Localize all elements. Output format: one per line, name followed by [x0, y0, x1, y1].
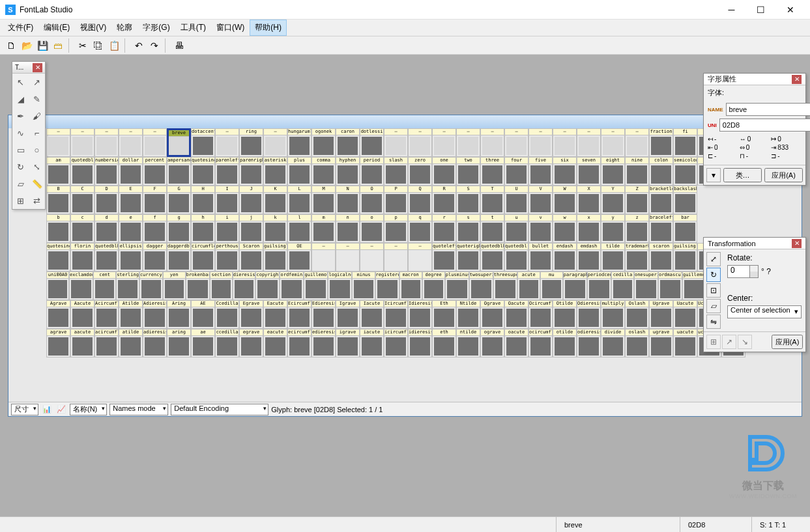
glyph-cell[interactable]: multiply: [601, 300, 625, 329]
glyph-cell[interactable]: percent: [143, 157, 167, 186]
glyph-cell[interactable]: uacute: [673, 329, 697, 357]
transform-tool[interactable]: ▱: [12, 175, 29, 192]
glyph-cell[interactable]: —: [384, 128, 408, 157]
glyph-cell[interactable]: yen: [163, 272, 186, 300]
glyph-cell[interactable]: oslash: [625, 329, 649, 357]
glyph-cell[interactable]: —: [408, 243, 432, 272]
glyph-cell[interactable]: B: [46, 186, 70, 214]
glyph-cell[interactable]: ograve: [480, 329, 504, 357]
glyph-cell[interactable]: caron: [336, 128, 360, 157]
glyph-cell[interactable]: guillemot: [304, 272, 328, 300]
glyph-cell[interactable]: brokenbar: [186, 272, 210, 300]
tools-panel-title[interactable]: T... ✕: [12, 62, 45, 74]
glyph-cell[interactable]: Acircumfl: [94, 300, 119, 329]
glyph-cell[interactable]: bullet: [528, 243, 553, 272]
paste-button[interactable]: 📋: [107, 38, 121, 53]
glyph-cell[interactable]: Eth: [432, 300, 456, 329]
font-window-titlebar[interactable]: 未标题 _ ❐ ✕: [8, 115, 802, 128]
center-select[interactable]: Center of selection: [727, 305, 802, 318]
menu-item[interactable]: 视图(V): [75, 20, 111, 36]
glyph-cell[interactable]: sterling: [116, 272, 139, 300]
glyph-cell[interactable]: fi: [673, 128, 697, 157]
glyph-cell[interactable]: eth: [432, 329, 456, 357]
glyph-cell[interactable]: O: [360, 186, 384, 214]
glyph-cell[interactable]: f: [143, 214, 167, 243]
glyph-cell[interactable]: ordmascul: [658, 272, 682, 300]
glyph-cell[interactable]: egrave: [239, 329, 263, 357]
glyph-cell[interactable]: hungaruml: [287, 128, 311, 157]
scale-tool[interactable]: ⤡: [29, 158, 45, 175]
menu-item[interactable]: 帮助(H): [250, 20, 287, 36]
glyph-cell[interactable]: one: [432, 157, 456, 186]
glyph-cell[interactable]: —: [504, 128, 528, 157]
transformation-apply-button[interactable]: 应用(A): [772, 335, 803, 349]
glyph-cell[interactable]: endash: [553, 243, 577, 272]
glyph-cell[interactable]: W: [553, 186, 577, 214]
knife-tool[interactable]: ✎: [29, 91, 45, 107]
glyph-cell[interactable]: slash: [384, 157, 408, 186]
glyph-cell[interactable]: nine: [625, 157, 649, 186]
glyph-cell[interactable]: quotedbl: [70, 157, 94, 186]
glyph-cell[interactable]: braceleft: [649, 214, 673, 243]
minimize-button[interactable]: ─: [717, 0, 746, 20]
glyph-cell[interactable]: I: [215, 186, 239, 214]
encoding-combo[interactable]: Default Encoding: [171, 404, 268, 415]
glyph-cell[interactable]: onesuperi: [634, 272, 658, 300]
glyph-cell[interactable]: R: [432, 186, 456, 214]
glyph-cell[interactable]: AE: [191, 300, 215, 329]
tools-panel-close[interactable]: ✕: [33, 63, 42, 72]
glyph-cell[interactable]: exclamdow: [69, 272, 93, 300]
pen-tool[interactable]: ✒: [12, 107, 29, 124]
glyph-cell[interactable]: mu: [540, 272, 563, 300]
glyph-properties-close[interactable]: ✕: [792, 75, 802, 84]
glyph-cell[interactable]: ocircumfl: [528, 329, 553, 357]
glyph-cell[interactable]: odieresis: [577, 329, 601, 357]
glyph-cell[interactable]: S: [456, 186, 480, 214]
glyph-cell[interactable]: —: [384, 243, 408, 272]
glyph-cell[interactable]: X: [577, 186, 601, 214]
glyph-cell[interactable]: v: [528, 214, 553, 243]
glyph-cell[interactable]: aring: [167, 329, 191, 357]
glyph-cell[interactable]: Aacute: [70, 300, 94, 329]
glyph-cell[interactable]: M: [311, 186, 336, 214]
glyph-cell[interactable]: V: [528, 186, 553, 214]
corner-tool[interactable]: ⌐: [29, 124, 45, 141]
glyph-cell[interactable]: —: [480, 128, 504, 157]
glyph-cell[interactable]: hyphen: [336, 157, 360, 186]
glyph-cell[interactable]: Idieresis: [408, 300, 432, 329]
glyph-cell[interactable]: minus: [352, 272, 375, 300]
glyph-cell[interactable]: twosuperi: [469, 272, 493, 300]
glyph-cell[interactable]: idieresis: [408, 329, 432, 357]
glyph-cell[interactable]: asterisk: [263, 157, 287, 186]
glyph-cell[interactable]: period: [360, 157, 384, 186]
undo-button[interactable]: ↶: [132, 38, 146, 53]
glyph-cell[interactable]: —: [143, 128, 167, 157]
new-button[interactable]: 🗋: [4, 38, 18, 53]
redo-button[interactable]: ↷: [147, 38, 162, 53]
glyph-cell[interactable]: daggerdbl: [167, 243, 191, 272]
glyph-cell[interactable]: u: [504, 214, 528, 243]
glyph-cell[interactable]: Icircumfl: [384, 300, 408, 329]
glyph-cell[interactable]: Adieresis: [143, 300, 167, 329]
glyph-cell[interactable]: Ecircumfl: [287, 300, 311, 329]
glyph-cell[interactable]: g: [167, 214, 191, 243]
properties-apply-button[interactable]: 应用(A): [764, 168, 803, 182]
direct-select-tool[interactable]: ↗: [29, 74, 45, 91]
glyph-cell[interactable]: scaron: [649, 243, 673, 272]
glyph-cell[interactable]: Oslash: [625, 300, 649, 329]
transformation-close[interactable]: ✕: [792, 239, 802, 248]
glyph-cell[interactable]: —: [70, 128, 94, 157]
glyph-cell[interactable]: —: [215, 128, 239, 157]
glyph-cell[interactable]: edieresis: [311, 329, 336, 357]
trans-opt3[interactable]: ↘: [738, 335, 752, 349]
menu-item[interactable]: 文件(F): [3, 20, 38, 36]
link-tool[interactable]: ⇄: [29, 192, 45, 209]
glyph-cell[interactable]: cent: [93, 272, 116, 300]
glyph-cell[interactable]: ellipsis: [119, 243, 143, 272]
dropdown-icon[interactable]: ▾: [706, 168, 721, 182]
trans-opt2[interactable]: ↗: [722, 335, 736, 349]
glyph-cell[interactable]: two: [456, 157, 480, 186]
glyph-cell[interactable]: E: [119, 186, 143, 214]
glyph-cell[interactable]: icircumfl: [384, 329, 408, 357]
print-button[interactable]: 🖶: [172, 38, 186, 53]
